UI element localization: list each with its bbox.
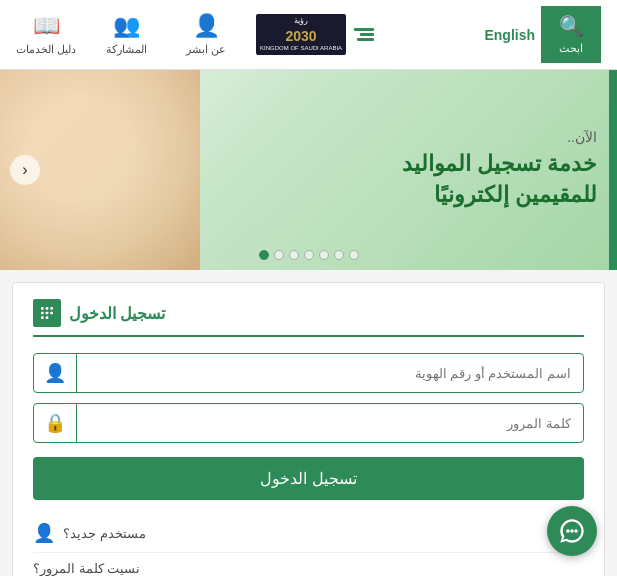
banner-title: خدمة تسجيل المواليد للمقيمين إلكترونيًا bbox=[402, 149, 597, 211]
bar1 bbox=[354, 28, 374, 31]
nav-service-guide[interactable]: 📖 دليل الخدمات bbox=[16, 13, 76, 56]
login-button[interactable]: تسجيل الدخول bbox=[33, 457, 584, 500]
login-section: تسجيل الدخول 👤 🔒 تسجيل الدخول مستخدم جدي… bbox=[12, 282, 605, 576]
nav-participation[interactable]: 👥 المشاركة bbox=[96, 13, 156, 56]
bars-icon bbox=[350, 24, 378, 45]
svg-point-9 bbox=[570, 529, 574, 533]
login-title: تسجيل الدخول bbox=[69, 304, 165, 323]
username-input-group: 👤 bbox=[33, 353, 584, 393]
dot-6[interactable] bbox=[274, 250, 284, 260]
login-icon bbox=[33, 299, 61, 327]
login-header: تسجيل الدخول bbox=[33, 299, 584, 337]
banner-title-line2: للمقيمين إلكترونيًا bbox=[434, 182, 597, 207]
dot-5[interactable] bbox=[289, 250, 299, 260]
chat-button[interactable] bbox=[547, 506, 597, 556]
english-button[interactable]: English bbox=[484, 27, 535, 43]
password-input[interactable] bbox=[77, 406, 583, 441]
forgot-password-link[interactable]: نسيت كلمة المرور؟ bbox=[33, 553, 584, 576]
new-user-link[interactable]: مستخدم جديد؟ 👤 bbox=[33, 514, 584, 553]
forgot-password-label: نسيت كلمة المرور؟ bbox=[33, 561, 140, 576]
vision-year: 2030 bbox=[260, 27, 342, 45]
bar2 bbox=[360, 33, 374, 36]
svg-rect-7 bbox=[46, 316, 49, 319]
dot-4[interactable] bbox=[304, 250, 314, 260]
vision-country: KINGDOM OF SAUDI ARABIA bbox=[260, 45, 342, 53]
main-header: 🔍 ابحث English رؤية 2030 KINGDOM OF SAUD… bbox=[0, 0, 617, 70]
svg-rect-3 bbox=[41, 312, 44, 315]
dot-7[interactable] bbox=[259, 250, 269, 260]
bar3 bbox=[357, 38, 374, 41]
svg-rect-5 bbox=[50, 312, 53, 315]
nav-participation-label: المشاركة bbox=[106, 43, 147, 56]
header-left: 🔍 ابحث English bbox=[484, 6, 601, 63]
banner-dots bbox=[259, 250, 359, 260]
vision-text: رؤية bbox=[260, 16, 342, 26]
search-icon: 🔍 bbox=[559, 14, 584, 38]
book-icon: 📖 bbox=[33, 13, 60, 39]
green-accent-bar bbox=[609, 70, 617, 270]
svg-rect-1 bbox=[46, 307, 49, 310]
dot-3[interactable] bbox=[319, 250, 329, 260]
nav-service-guide-label: دليل الخدمات bbox=[16, 43, 76, 56]
vision-box: رؤية 2030 KINGDOM OF SAUDI ARABIA bbox=[256, 14, 346, 54]
vision-logo: رؤية 2030 KINGDOM OF SAUDI ARABIA bbox=[256, 14, 378, 54]
dot-2[interactable] bbox=[334, 250, 344, 260]
hero-banner: الآن.. خدمة تسجيل المواليد للمقيمين إلكت… bbox=[0, 70, 617, 270]
svg-point-10 bbox=[574, 529, 578, 533]
dot-1[interactable] bbox=[349, 250, 359, 260]
search-button[interactable]: 🔍 ابحث bbox=[541, 6, 601, 63]
username-input[interactable] bbox=[77, 356, 583, 391]
password-input-group: 🔒 bbox=[33, 403, 584, 443]
banner-prev-button[interactable]: ‹ bbox=[10, 155, 40, 185]
svg-point-8 bbox=[566, 529, 570, 533]
svg-rect-2 bbox=[50, 307, 53, 310]
person-icon: 👤 bbox=[193, 13, 220, 39]
banner-text: الآن.. خدمة تسجيل المواليد للمقيمين إلكت… bbox=[402, 129, 597, 211]
svg-rect-0 bbox=[41, 307, 44, 310]
banner-subtitle: الآن.. bbox=[402, 129, 597, 145]
svg-rect-4 bbox=[46, 312, 49, 315]
svg-rect-6 bbox=[41, 316, 44, 319]
chat-icon bbox=[558, 517, 586, 545]
login-icon-svg bbox=[39, 305, 55, 321]
nav-aboutabsher-label: عن ابشر bbox=[186, 43, 226, 56]
new-user-icon: 👤 bbox=[33, 522, 55, 544]
header-right: رؤية 2030 KINGDOM OF SAUDI ARABIA 👤 عن ا… bbox=[16, 13, 378, 56]
login-links: مستخدم جديد؟ 👤 نسيت كلمة المرور؟ bbox=[33, 514, 584, 576]
banner-title-line1: خدمة تسجيل المواليد bbox=[402, 151, 597, 176]
new-user-label: مستخدم جديد؟ bbox=[63, 526, 146, 541]
search-label: ابحث bbox=[559, 42, 583, 55]
lock-icon: 🔒 bbox=[34, 404, 77, 442]
user-icon: 👤 bbox=[34, 354, 77, 392]
group-icon: 👥 bbox=[113, 13, 140, 39]
nav-aboutabsher[interactable]: 👤 عن ابشر bbox=[176, 13, 236, 56]
